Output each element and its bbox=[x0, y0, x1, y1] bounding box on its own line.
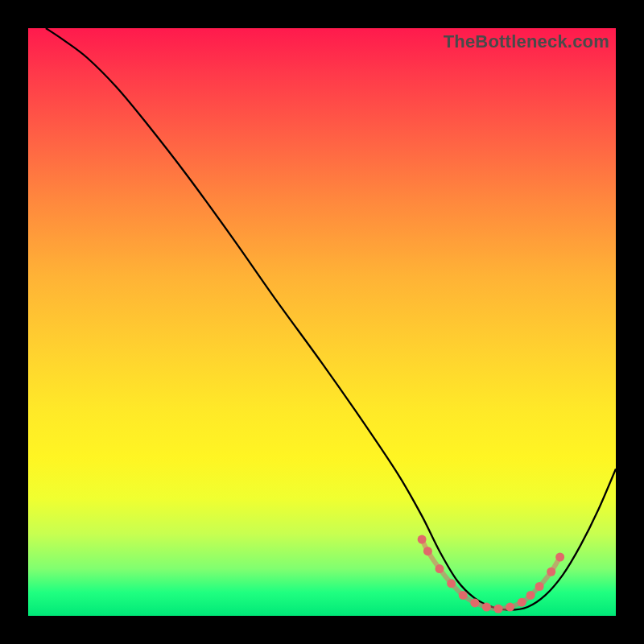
chart-frame: TheBottleneck.com bbox=[0, 0, 644, 644]
marker-dot bbox=[436, 564, 444, 573]
marker-dot bbox=[447, 579, 456, 588]
marker-dot bbox=[518, 598, 526, 607]
marker-dot bbox=[506, 603, 514, 612]
marker-dot bbox=[418, 535, 427, 544]
marker-band bbox=[422, 539, 560, 609]
marker-dot bbox=[555, 553, 564, 562]
marker-dot bbox=[459, 591, 468, 600]
plot-area: TheBottleneck.com bbox=[28, 28, 616, 616]
marker-dot bbox=[535, 582, 544, 591]
marker-dot bbox=[423, 547, 432, 555]
marker-dot bbox=[494, 605, 503, 613]
marker-dot bbox=[482, 603, 491, 612]
curve-path bbox=[46, 28, 616, 610]
chart-svg bbox=[28, 28, 616, 616]
marker-group bbox=[418, 535, 565, 613]
marker-dot bbox=[470, 598, 479, 607]
marker-dot bbox=[526, 591, 535, 600]
marker-dot bbox=[547, 568, 555, 576]
